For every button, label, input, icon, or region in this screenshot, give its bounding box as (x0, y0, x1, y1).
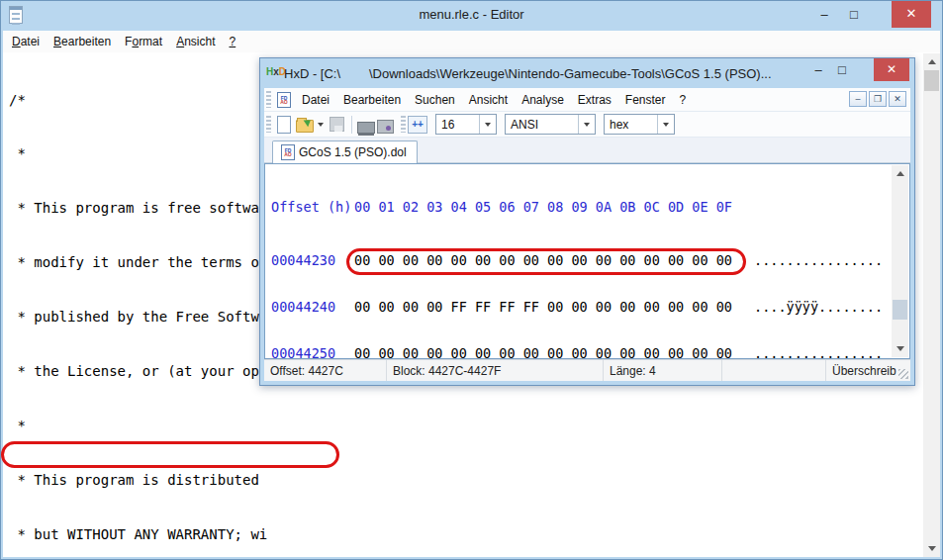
screen: menu.rle.c - Editor – □ ✕ Datei Bearbeit… (0, 0, 943, 560)
hxd-minimize-icon[interactable]: – (805, 58, 831, 81)
hxd-menu-extras[interactable]: Extras (571, 89, 618, 111)
mdi-restore-icon[interactable]: ❐ (869, 91, 887, 107)
hxd-toolbar: ++ 16 ANSI hex (264, 112, 910, 138)
hxd-content: FDAO Datei Bearbeiten Suchen Ansicht Ana… (264, 88, 910, 381)
notepad-scroll-thumb[interactable] (924, 70, 939, 91)
notepad-title: menu.rle.c - Editor (1, 7, 942, 22)
chevron-down-icon[interactable] (578, 115, 595, 134)
notepad-menubar: Datei Bearbeiten Format Ansicht ? (3, 31, 940, 52)
menu-bearbeiten[interactable]: Bearbeiten (47, 32, 118, 51)
hxd-file-icon[interactable]: FDAO (277, 92, 291, 108)
notepad-maximize-icon[interactable]: □ (841, 1, 867, 28)
hxd-title: HxD - [C:\ \Downloads\Werkzeuge\Nintendo… (284, 66, 772, 81)
hxd-menu-ansicht[interactable]: Ansicht (462, 89, 515, 111)
menu-format[interactable]: Format (118, 32, 169, 51)
hxd-file-icon: FDAO (281, 144, 295, 160)
hxd-menu-hilfe[interactable]: ? (673, 89, 694, 111)
bytes-per-row-select[interactable]: 16 (435, 114, 497, 135)
menu-datei[interactable]: Datei (5, 32, 47, 51)
notepad-titlebar[interactable]: menu.rle.c - Editor – □ ✕ (1, 1, 942, 30)
hex-row: 0004424000 00 00 00 FF FF FF FF 00 00 00… (271, 300, 885, 316)
hxd-titlebar[interactable]: HxD HxD - [C:\ \Downloads\Werkzeuge\Nint… (260, 58, 914, 88)
menu-ansicht[interactable]: Ansicht (169, 32, 222, 51)
new-file-icon[interactable] (277, 116, 291, 134)
scroll-down-icon[interactable] (923, 540, 940, 557)
annotation-oval-hex-row (346, 248, 746, 275)
toolbar-separator (351, 116, 352, 134)
mdi-minimize-icon[interactable]: – (849, 91, 867, 107)
status-offset: Offset: 4427C (264, 360, 387, 381)
toolbar-gripper[interactable] (401, 116, 406, 134)
mdi-buttons: – ❐ ✕ (849, 91, 906, 107)
tab-gcos-dol[interactable]: FDAO GCoS 1.5 (PSO).dol (272, 140, 418, 163)
resize-grip-icon[interactable] (898, 369, 908, 379)
hex-header: Offset (h)00 01 02 03 04 05 06 07 08 09 … (271, 200, 885, 216)
notepad-vscrollbar[interactable] (923, 53, 940, 557)
code-line: * but WITHOUT ANY WARRANTY; wi (9, 525, 926, 543)
notepad-close-icon[interactable]: ✕ (892, 1, 931, 28)
encoding-select[interactable]: ANSI (505, 114, 596, 135)
hxd-menu-fenster[interactable]: Fenster (618, 89, 673, 111)
hxd-menu-datei[interactable]: Datei (295, 89, 336, 111)
hxd-maximize-icon[interactable]: □ (829, 58, 855, 81)
hxd-tabstrip: FDAO GCoS 1.5 (PSO).dol (264, 138, 910, 163)
hxd-app-icon: HxD (266, 65, 282, 79)
annotation-oval-code (1, 441, 339, 468)
hxd-statusbar: Offset: 4427C Block: 4427C-4427F Länge: … (264, 359, 910, 381)
notepad-minimize-icon[interactable]: – (811, 1, 837, 28)
hxd-window: HxD HxD - [C:\ \Downloads\Werkzeuge\Nint… (259, 57, 915, 386)
hex-scroll-thumb[interactable] (893, 300, 907, 320)
code-line: * This program is distributed (9, 471, 926, 489)
status-empty (722, 360, 826, 381)
mdi-close-icon[interactable]: ✕ (889, 91, 906, 107)
hxd-menu-analyse[interactable]: Analyse (515, 89, 571, 111)
hxd-menubar: FDAO Datei Bearbeiten Suchen Ansicht Ana… (264, 88, 910, 112)
save-icon[interactable] (330, 117, 344, 132)
status-length: Länge: 4 (604, 360, 722, 381)
toolbar-gripper[interactable] (266, 116, 271, 134)
menu-hilfe[interactable]: ? (223, 32, 243, 51)
status-block: Block: 4427C-4427F (387, 360, 604, 381)
scroll-up-icon[interactable] (923, 53, 940, 70)
code-line: * (9, 417, 926, 434)
open-file-icon[interactable] (296, 120, 314, 133)
disk-icon[interactable] (377, 120, 394, 134)
hxd-close-icon[interactable]: ✕ (874, 58, 909, 81)
bytes-per-row-icon[interactable]: ++ (408, 116, 427, 134)
offset-base-select[interactable]: hex (604, 114, 675, 135)
scroll-down-icon[interactable] (892, 340, 908, 357)
hxd-menu-suchen[interactable]: Suchen (408, 89, 462, 111)
chevron-down-icon[interactable] (657, 115, 674, 134)
hex-vscrollbar[interactable] (892, 165, 908, 357)
hex-row: 0004425000 00 00 00 00 00 00 00 00 00 00… (271, 346, 885, 359)
ram-icon[interactable] (357, 122, 375, 134)
chevron-down-icon[interactable] (479, 115, 496, 134)
hxd-menu-bearbeiten[interactable]: Bearbeiten (336, 89, 408, 111)
scroll-up-icon[interactable] (892, 165, 908, 182)
toolbar-gripper[interactable] (266, 91, 271, 107)
open-dropdown-icon[interactable] (318, 123, 324, 127)
